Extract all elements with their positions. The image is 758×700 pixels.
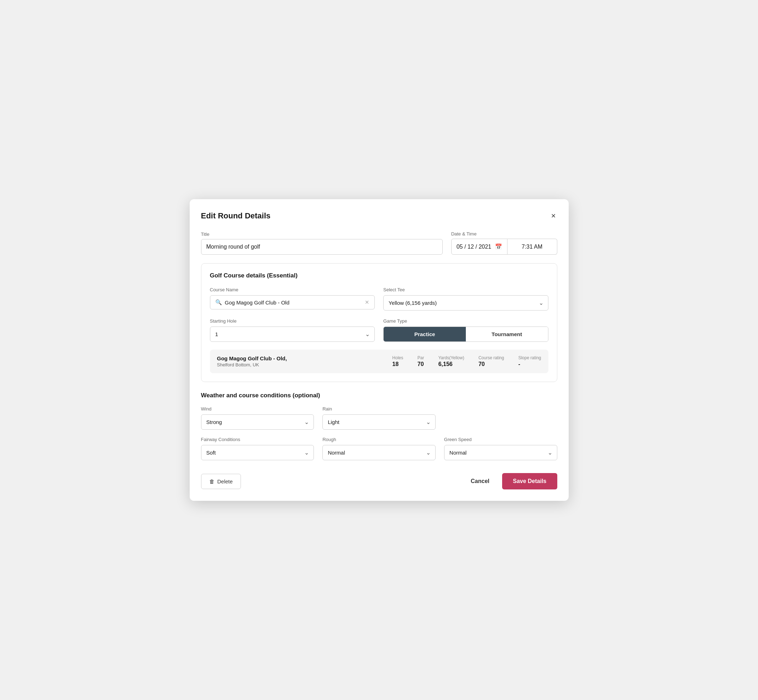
starting-hole-wrap: 1234 5678 910 ⌄: [210, 327, 375, 342]
trash-icon: 🗑: [209, 478, 215, 484]
delete-label: Delete: [218, 478, 233, 484]
green-speed-dropdown[interactable]: SlowNormalFastVery Fast: [444, 445, 557, 460]
wind-group: Wind NoneLightModerate StrongVery Strong…: [201, 406, 314, 430]
yards-stat: Yards(Yellow) 6,156: [439, 355, 464, 367]
green-speed-label: Green Speed: [444, 437, 557, 442]
golf-section-title: Golf Course details (Essential): [210, 272, 548, 279]
course-rating-value: 70: [478, 361, 485, 367]
course-location: Shelford Bottom, UK: [217, 362, 393, 367]
course-info-name: Gog Magog Golf Club - Old, Shelford Bott…: [217, 355, 393, 367]
course-name-display: Gog Magog Golf Club - Old,: [217, 355, 393, 361]
fairway-rough-green-row: Fairway Conditions SoftNormalHardWetDry …: [201, 437, 557, 460]
calendar-icon: 📅: [495, 243, 502, 250]
rough-wrap: SoftNormalHardWetDry ⌄: [323, 445, 435, 460]
tournament-button[interactable]: Tournament: [466, 327, 548, 341]
select-tee-wrap: Yellow (6,156 yards) White Red ⌄: [383, 295, 548, 311]
starting-hole-gametype-row: Starting Hole 1234 5678 910 ⌄ Game Type …: [210, 318, 548, 342]
course-stats: Holes 18 Par 70 Yards(Yellow) 6,156 Cour…: [392, 355, 541, 367]
title-label: Title: [201, 231, 443, 237]
weather-section-title: Weather and course conditions (optional): [201, 392, 557, 399]
footer-row: 🗑 Delete Cancel Save Details: [201, 470, 557, 489]
starting-hole-group: Starting Hole 1234 5678 910 ⌄: [210, 318, 375, 342]
clear-icon[interactable]: ✕: [365, 299, 370, 306]
green-speed-group: Green Speed SlowNormalFastVery Fast ⌄: [444, 437, 557, 460]
datetime-field-group: Date & Time 05 / 12 / 2021 📅 7:31 AM: [451, 231, 557, 255]
fairway-label: Fairway Conditions: [201, 437, 314, 442]
game-type-toggle: Practice Tournament: [383, 327, 548, 342]
rain-label: Rain: [323, 406, 435, 411]
holes-value: 18: [392, 361, 399, 367]
game-type-label: Game Type: [383, 318, 548, 324]
fairway-dropdown[interactable]: SoftNormalHardWetDry: [201, 445, 314, 460]
fairway-group: Fairway Conditions SoftNormalHardWetDry …: [201, 437, 314, 460]
cancel-button[interactable]: Cancel: [465, 474, 495, 489]
course-search-wrap[interactable]: 🔍 ✕: [210, 295, 375, 309]
wind-label: Wind: [201, 406, 314, 411]
modal-title: Edit Round Details: [201, 211, 271, 220]
save-button[interactable]: Save Details: [502, 473, 557, 489]
rough-dropdown[interactable]: SoftNormalHardWetDry: [323, 445, 435, 460]
slope-rating-label: Slope rating: [518, 355, 541, 360]
footer-right: Cancel Save Details: [465, 473, 557, 489]
game-type-group: Game Type Practice Tournament: [383, 318, 548, 342]
edit-round-modal: Edit Round Details × Title Date & Time 0…: [190, 199, 568, 501]
course-rating-label: Course rating: [478, 355, 504, 360]
par-label: Par: [417, 355, 424, 360]
course-name-input[interactable]: [225, 300, 362, 306]
wind-dropdown[interactable]: NoneLightModerate StrongVery Strong: [201, 414, 314, 430]
search-icon: 🔍: [215, 299, 222, 306]
wind-wrap: NoneLightModerate StrongVery Strong ⌄: [201, 414, 314, 430]
course-info-bar: Gog Magog Golf Club - Old, Shelford Bott…: [210, 350, 548, 373]
yards-label: Yards(Yellow): [439, 355, 464, 360]
rough-group: Rough SoftNormalHardWetDry ⌄: [323, 437, 435, 460]
starting-hole-dropdown[interactable]: 1234 5678 910: [210, 327, 375, 342]
rain-wrap: NoneLightModerateHeavy ⌄: [323, 414, 435, 430]
select-tee-label: Select Tee: [383, 287, 548, 292]
fairway-wrap: SoftNormalHardWetDry ⌄: [201, 445, 314, 460]
weather-section: Weather and course conditions (optional)…: [201, 392, 557, 460]
course-rating-stat: Course rating 70: [478, 355, 504, 367]
course-name-group: Course Name 🔍 ✕: [210, 287, 375, 311]
delete-button[interactable]: 🗑 Delete: [201, 474, 241, 489]
course-name-tee-row: Course Name 🔍 ✕ Select Tee Yellow (6,156…: [210, 287, 548, 311]
time-value: 7:31 AM: [522, 244, 543, 250]
title-input[interactable]: [201, 239, 443, 255]
close-button[interactable]: ×: [550, 211, 557, 221]
slope-rating-stat: Slope rating -: [518, 355, 541, 367]
rain-dropdown[interactable]: NoneLightModerateHeavy: [323, 414, 435, 430]
time-input[interactable]: 7:31 AM: [507, 239, 557, 255]
rough-label: Rough: [323, 437, 435, 442]
date-value: 05 / 12 / 2021: [457, 244, 492, 250]
practice-button[interactable]: Practice: [384, 327, 466, 341]
datetime-label: Date & Time: [451, 231, 557, 236]
green-speed-wrap: SlowNormalFastVery Fast ⌄: [444, 445, 557, 460]
starting-hole-label: Starting Hole: [210, 318, 375, 324]
top-fields: Title Date & Time 05 / 12 / 2021 📅 7:31 …: [201, 231, 557, 255]
par-stat: Par 70: [417, 355, 424, 367]
wind-rain-row: Wind NoneLightModerate StrongVery Strong…: [201, 406, 557, 430]
yards-value: 6,156: [439, 361, 453, 367]
holes-label: Holes: [392, 355, 403, 360]
title-field-group: Title: [201, 231, 443, 255]
modal-header: Edit Round Details ×: [201, 211, 557, 221]
par-value: 70: [417, 361, 424, 367]
holes-stat: Holes 18: [392, 355, 403, 367]
rain-group: Rain NoneLightModerateHeavy ⌄: [323, 406, 435, 430]
select-tee-dropdown[interactable]: Yellow (6,156 yards) White Red: [383, 295, 548, 311]
select-tee-group: Select Tee Yellow (6,156 yards) White Re…: [383, 287, 548, 311]
golf-course-section: Golf Course details (Essential) Course N…: [201, 263, 557, 382]
slope-rating-value: -: [518, 361, 520, 367]
date-input[interactable]: 05 / 12 / 2021 📅: [451, 239, 507, 255]
course-name-label: Course Name: [210, 287, 375, 292]
